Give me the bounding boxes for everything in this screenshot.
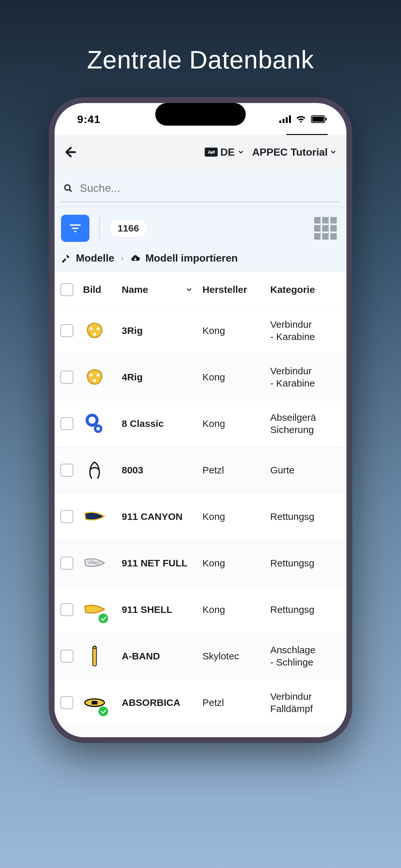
tenant-selector[interactable]: APPEC Tutorial (252, 146, 337, 158)
cell-manufacturer: Kong (203, 604, 270, 615)
topbar: A⇄ DE APPEC Tutorial (55, 135, 346, 169)
search-input[interactable] (80, 182, 337, 194)
cell-manufacturer: Skylotec (203, 651, 270, 662)
page-title: Zentrale Datenbank (87, 45, 314, 74)
table-row[interactable]: ABSORBICAPetzlVerbindurFalldämpf (55, 679, 346, 726)
product-thumbnail (83, 598, 106, 621)
tenant-label: APPEC Tutorial (252, 146, 328, 158)
row-checkbox[interactable] (60, 324, 73, 337)
cell-category: Gurte (270, 464, 341, 476)
table-row[interactable]: 911 NET FULLKongRettungsg (55, 540, 346, 586)
battery-icon (311, 115, 327, 123)
svg-point-9 (96, 327, 99, 330)
table-row[interactable]: 911 CANYONKongRettungsg (55, 493, 346, 540)
row-checkbox[interactable] (60, 603, 73, 616)
cell-manufacturer: Kong (203, 372, 270, 383)
row-checkbox[interactable] (60, 557, 73, 569)
back-button[interactable] (61, 143, 81, 162)
cell-category: VerbindurFalldämpf (270, 690, 341, 715)
cell-name: 3Rig (122, 325, 203, 336)
language-selector[interactable]: A⇄ DE (205, 146, 244, 158)
cell-category: Verbindur- Karabine (270, 318, 341, 343)
breadcrumb-root[interactable]: Modelle (76, 252, 114, 264)
table-row[interactable]: 4RigKongVerbindur- Karabine (55, 354, 346, 400)
cell-manufacturer: Kong (203, 558, 270, 569)
row-checkbox[interactable] (60, 371, 73, 383)
product-thumbnail (83, 319, 106, 342)
product-thumbnail (83, 412, 106, 435)
svg-rect-6 (326, 118, 327, 120)
breadcrumb: Modelle Modell importieren (55, 250, 346, 272)
language-label: DE (220, 146, 235, 158)
th-category[interactable]: Kategorie (270, 284, 341, 295)
th-name[interactable]: Name (122, 284, 203, 295)
svg-rect-3 (289, 115, 291, 123)
cell-manufacturer: Kong (203, 511, 270, 522)
table-row[interactable]: 911 SHELLKongRettungsg (55, 586, 346, 633)
cell-manufacturer: Kong (203, 418, 270, 429)
cell-name: 911 SHELL (122, 604, 203, 615)
cell-manufacturer: Kong (203, 325, 270, 336)
cell-name: A-BAND (122, 651, 203, 662)
cell-category: Anschlage- Schlinge (270, 644, 341, 668)
grid-view-button[interactable] (314, 217, 337, 240)
cell-category: AbseilgeräSicherung (270, 411, 341, 436)
table-header: Bild Name Hersteller Kategorie (55, 272, 346, 307)
cell-category: Rettungsg (270, 557, 341, 569)
svg-rect-1 (282, 119, 284, 123)
row-checkbox[interactable] (60, 650, 73, 662)
table-row[interactable]: 8003PetzlGurte (55, 447, 346, 493)
row-checkbox[interactable] (60, 510, 73, 523)
svg-point-7 (65, 185, 70, 190)
filter-icon (69, 222, 82, 235)
th-manufacturer[interactable]: Hersteller (203, 284, 270, 295)
row-checkbox[interactable] (60, 417, 73, 430)
notch (155, 103, 246, 126)
search-icon (64, 183, 73, 193)
svg-point-15 (95, 426, 101, 432)
toolbar: 1166 (55, 207, 346, 250)
chevron-down-icon (186, 286, 193, 293)
divider (99, 217, 100, 240)
statusbar-indicators (279, 115, 327, 123)
row-checkbox[interactable] (60, 696, 73, 709)
row-checkbox[interactable] (60, 464, 73, 476)
svg-point-8 (90, 327, 93, 330)
table-row[interactable]: 8 ClassicKongAbseilgeräSicherung (55, 400, 346, 447)
hammer-icon (61, 253, 71, 263)
cell-manufacturer: Petzl (203, 697, 270, 708)
wifi-icon (296, 115, 306, 123)
cell-name: ABSORBICA (122, 697, 203, 708)
cell-category: Verbindur- Karabine (270, 365, 341, 389)
product-thumbnail (83, 459, 106, 482)
product-thumbnail (83, 552, 106, 575)
cell-name: 8 Classic (122, 418, 203, 429)
cellular-icon (279, 115, 291, 123)
translate-icon: A⇄ (205, 148, 218, 157)
svg-point-14 (87, 415, 97, 425)
table-row[interactable]: 3RigKongVerbindur- Karabine (55, 307, 346, 354)
filter-button[interactable] (61, 215, 89, 242)
svg-point-11 (90, 374, 93, 376)
product-thumbnail (83, 505, 106, 528)
cloud-download-icon (130, 253, 140, 263)
svg-rect-5 (312, 117, 324, 122)
searchbar (55, 169, 346, 207)
th-image[interactable]: Bild (83, 284, 122, 295)
verified-badge-icon (98, 707, 108, 716)
table: Bild Name Hersteller Kategorie 3RigKongV… (55, 272, 346, 737)
product-thumbnail (83, 645, 106, 668)
table-row[interactable]: ABSORBICA-IPetzlVerbindurFalldämpf (55, 726, 346, 737)
table-row[interactable]: A-BANDSkylotecAnschlage- Schlinge (55, 633, 346, 679)
breadcrumb-separator (120, 252, 125, 264)
cell-name: 911 CANYON (122, 511, 203, 522)
chevron-down-icon (330, 149, 337, 156)
statusbar-time: 9:41 (77, 113, 100, 126)
status-underline (286, 134, 328, 135)
svg-rect-16 (93, 646, 96, 665)
cell-category: VerbindurFalldämpf (270, 737, 341, 737)
chevron-down-icon (237, 149, 244, 156)
product-thumbnail (83, 691, 106, 714)
select-all-checkbox[interactable] (60, 283, 73, 296)
result-count: 1166 (110, 219, 147, 237)
